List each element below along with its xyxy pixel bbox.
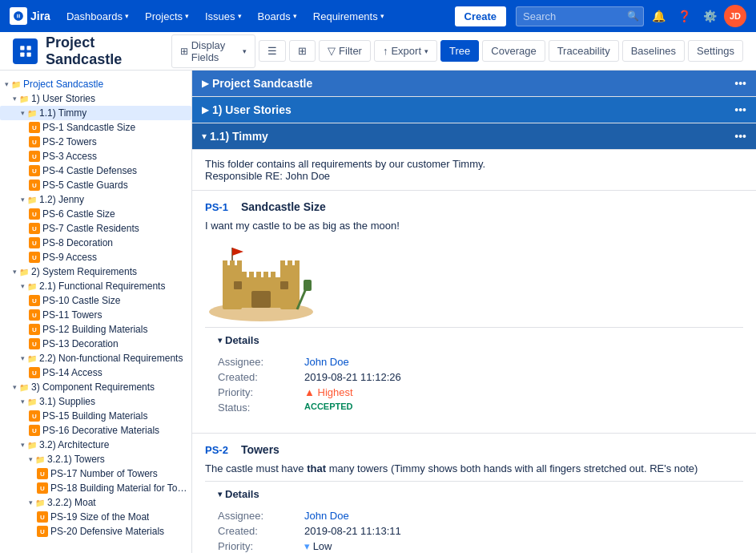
sidebar-ps10[interactable]: U PS-10 Castle Size: [0, 293, 191, 308]
sidebar-root-label: Project Sandcastle: [23, 79, 103, 90]
req-ps1-description: I want my castle to be as big as the moo…: [205, 220, 743, 232]
sidebar-nonfunctional[interactable]: ▾ 📁 2.2) Non-functional Requirements: [0, 351, 191, 365]
svg-rect-12: [288, 260, 292, 268]
jira-logo[interactable]: Jira: [10, 7, 50, 25]
sidebar-ps20[interactable]: U PS-20 Defensive Materials: [0, 524, 191, 539]
nonfunc-folder-icon: 📁: [26, 353, 38, 364]
sidebar-item-jenny[interactable]: ▾ 📁 1.2) Jenny: [0, 192, 191, 207]
list-view-button[interactable]: ☰: [259, 40, 286, 62]
sidebar-ps9[interactable]: U PS-9 Access: [0, 250, 191, 264]
nav-boards[interactable]: Boards ▾: [251, 7, 304, 26]
sidebar-ps8[interactable]: U PS-8 Decoration: [0, 236, 191, 250]
display-fields-button[interactable]: ⊞ Display Fields ▾: [171, 34, 255, 68]
nav-projects[interactable]: Projects ▾: [139, 7, 195, 26]
sidebar-func-label: 2.1) Functional Requirements: [39, 281, 165, 292]
grid-view-button[interactable]: ⊞: [289, 40, 316, 62]
svg-rect-0: [20, 46, 24, 50]
sidebar-component[interactable]: ▾ 📁 3) Component Requirements: [0, 380, 191, 394]
ps2-details-toggle[interactable]: ▾ Details: [205, 481, 743, 507]
display-fields-icon: ⊞: [180, 46, 188, 57]
sidebar-ps19-label: PS-19 Size of the Moat: [50, 511, 149, 523]
sidebar-ps18[interactable]: U PS-18 Building Material for Towers: [0, 481, 191, 495]
sidebar-item-user-stories[interactable]: ▾ 📁 1) User Stories: [0, 91, 191, 106]
sidebar-system-req[interactable]: ▾ 📁 2) System Requirements: [0, 264, 191, 279]
nav-requirements[interactable]: Requirements ▾: [307, 7, 391, 26]
svg-rect-1: [26, 46, 30, 50]
sidebar-ps3[interactable]: U PS-3 Access: [0, 149, 191, 163]
sidebar-supplies-label: 3.1) Supplies: [39, 396, 95, 407]
sidebar-moat[interactable]: ▾ 📁 3.2.2) Moat: [0, 495, 191, 510]
req-ps1-title: Sandcastle Size: [241, 200, 326, 213]
sidebar-root[interactable]: ▾ 📁 Project Sandcastle: [0, 77, 191, 91]
sidebar-ps7[interactable]: U PS-7 Castle Residents: [0, 221, 191, 236]
ps1-details-grid: Assignee: John Doe Created: 2019-08-21 1…: [205, 353, 743, 423]
sidebar-architecture[interactable]: ▾ 📁 3.2) Architecture: [0, 438, 191, 452]
ps2-priority: ▾ Low: [304, 540, 730, 552]
sidebar-supplies[interactable]: ▾ 📁 3.1) Supplies: [0, 394, 191, 409]
comp-chevron-icon: ▾: [13, 383, 17, 391]
settings-icon[interactable]: ⚙️: [698, 5, 721, 27]
sidebar-ps16[interactable]: U PS-16 Decorative Materials: [0, 423, 191, 438]
ps5-req-icon: U: [29, 180, 40, 191]
ps1-assignee[interactable]: John Doe: [304, 356, 730, 368]
ps2-details-grid: Assignee: John Doe Created: 2019-08-21 1…: [205, 507, 743, 553]
nav-dashboards[interactable]: Dashboards ▾: [60, 7, 135, 26]
avatar[interactable]: JD: [724, 5, 746, 27]
req-ps2-id[interactable]: PS-2: [205, 444, 228, 456]
req-ps1-id[interactable]: PS-1: [205, 201, 228, 213]
section3-chevron-icon[interactable]: ▾: [202, 131, 207, 142]
search-input[interactable]: [516, 6, 644, 26]
ps19-req-icon: U: [37, 511, 48, 523]
sidebar-ps17[interactable]: U PS-17 Number of Towers: [0, 466, 191, 481]
sidebar-ps2[interactable]: U PS-2 Towers: [0, 135, 191, 149]
svg-rect-8: [223, 260, 227, 268]
help-icon[interactable]: ❓: [673, 5, 695, 27]
sidebar-item-timmy[interactable]: ▾ 📁 1.1) Timmy: [0, 106, 191, 120]
baselines-button[interactable]: Baselines: [622, 40, 685, 62]
ps2-assignee[interactable]: John Doe: [304, 510, 730, 522]
section1-dots[interactable]: •••: [734, 77, 746, 90]
svg-rect-18: [271, 272, 275, 280]
settings-button[interactable]: Settings: [688, 40, 743, 62]
section1-chevron-icon[interactable]: ▶: [202, 78, 209, 89]
create-button[interactable]: Create: [455, 6, 506, 26]
sidebar-ps11[interactable]: U PS-11 Towers: [0, 308, 191, 322]
sidebar-ps5[interactable]: U PS-5 Castle Guards: [0, 178, 191, 192]
filter-button[interactable]: ▽ Filter: [319, 40, 371, 62]
priority-highest-icon: ▲: [304, 386, 315, 398]
sidebar-ps12[interactable]: U PS-12 Building Materials: [0, 322, 191, 337]
sidebar-towers-folder[interactable]: ▾ 📁 3.2.1) Towers: [0, 452, 191, 466]
sidebar-ps6[interactable]: U PS-6 Castle Size: [0, 207, 191, 221]
ps20-req-icon: U: [37, 526, 48, 537]
section2-title: 1) User Stories: [212, 103, 734, 116]
ps2-req-icon: U: [29, 136, 40, 147]
sidebar-functional[interactable]: ▾ 📁 2.1) Functional Requirements: [0, 279, 191, 293]
sidebar-ps14-label: PS-14 Access: [42, 367, 103, 378]
section3-dots[interactable]: •••: [734, 130, 746, 143]
notifications-icon[interactable]: 🔔: [647, 5, 670, 27]
sidebar-ps15[interactable]: U PS-15 Building Materials: [0, 409, 191, 423]
sidebar-ps4[interactable]: U PS-4 Castle Defenses: [0, 163, 191, 178]
sidebar-ps14[interactable]: U PS-14 Access: [0, 365, 191, 380]
sidebar-ps13[interactable]: U PS-13 Decoration: [0, 337, 191, 351]
svg-rect-21: [280, 281, 288, 289]
tree-button[interactable]: Tree: [440, 40, 479, 62]
ps1-details-toggle[interactable]: ▾ Details: [205, 327, 743, 353]
app-icon: [13, 38, 38, 64]
section2-chevron-icon[interactable]: ▶: [202, 104, 209, 115]
nav-issues[interactable]: Issues ▾: [199, 7, 248, 26]
coverage-button[interactable]: Coverage: [482, 40, 545, 62]
root-chevron-icon: ▾: [5, 80, 9, 88]
traceability-button[interactable]: Traceability: [549, 40, 619, 62]
export-button[interactable]: ↑ Export ▾: [374, 40, 437, 62]
us-folder-icon: 📁: [18, 93, 30, 104]
supplies-chevron-icon: ▾: [21, 398, 25, 406]
sidebar-sysreq-label: 2) System Requirements: [31, 266, 137, 277]
sidebar-ps19[interactable]: U PS-19 Size of the Moat: [0, 510, 191, 524]
sidebar-ps1[interactable]: U PS-1 Sandcastle Size: [0, 120, 191, 135]
section2-dots[interactable]: •••: [734, 103, 746, 116]
timmy-description: This folder contains all requirements by…: [192, 150, 756, 191]
ps2-created: 2019-08-21 11:13:11: [304, 525, 730, 537]
section-userstories: ▶ 1) User Stories •••: [192, 97, 756, 123]
ps2-details-chevron-icon: ▾: [218, 490, 222, 499]
